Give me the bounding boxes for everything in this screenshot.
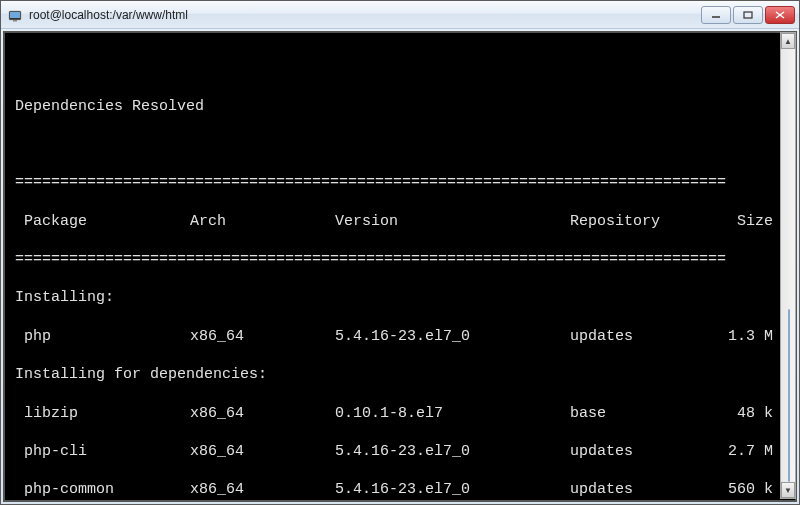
scroll-thumb[interactable] (788, 309, 790, 482)
close-button[interactable] (765, 6, 795, 24)
section-label: Installing: (15, 288, 785, 307)
ssh-terminal-window: root@localhost:/var/www/html Dependencie… (0, 0, 800, 505)
window-title: root@localhost:/var/www/html (29, 8, 701, 22)
table-header: PackageArchVersionRepositorySize (15, 212, 785, 231)
col-version: Version (335, 212, 570, 231)
scroll-down-button[interactable]: ▼ (781, 482, 795, 498)
maximize-button[interactable] (733, 6, 763, 24)
col-size: Size (710, 212, 773, 231)
window-controls (701, 6, 795, 24)
terminal-output[interactable]: Dependencies Resolved ==================… (3, 31, 797, 502)
col-package: Package (15, 212, 190, 231)
table-row: libzipx86_640.10.1-8.el7base48 k (15, 404, 785, 423)
section-label: Installing for dependencies: (15, 365, 785, 384)
separator-line: ========================================… (15, 173, 785, 192)
col-repo: Repository (570, 212, 710, 231)
table-row: php-clix86_645.4.16-23.el7_0updates2.7 M (15, 442, 785, 461)
svg-rect-2 (13, 20, 17, 22)
vertical-scrollbar[interactable]: ▲ ▼ (780, 32, 796, 499)
text-line: Dependencies Resolved (15, 97, 785, 116)
text-line (15, 58, 785, 77)
table-row: phpx86_645.4.16-23.el7_0updates1.3 M (15, 327, 785, 346)
separator-line: ========================================… (15, 250, 785, 269)
table-row: php-commonx86_645.4.16-23.el7_0updates56… (15, 480, 785, 499)
col-arch: Arch (190, 212, 335, 231)
svg-rect-4 (744, 12, 752, 18)
minimize-button[interactable] (701, 6, 731, 24)
titlebar[interactable]: root@localhost:/var/www/html (1, 1, 799, 29)
scroll-up-button[interactable]: ▲ (781, 33, 795, 49)
text-line (15, 135, 785, 154)
app-icon (7, 7, 23, 23)
svg-rect-1 (10, 12, 20, 18)
